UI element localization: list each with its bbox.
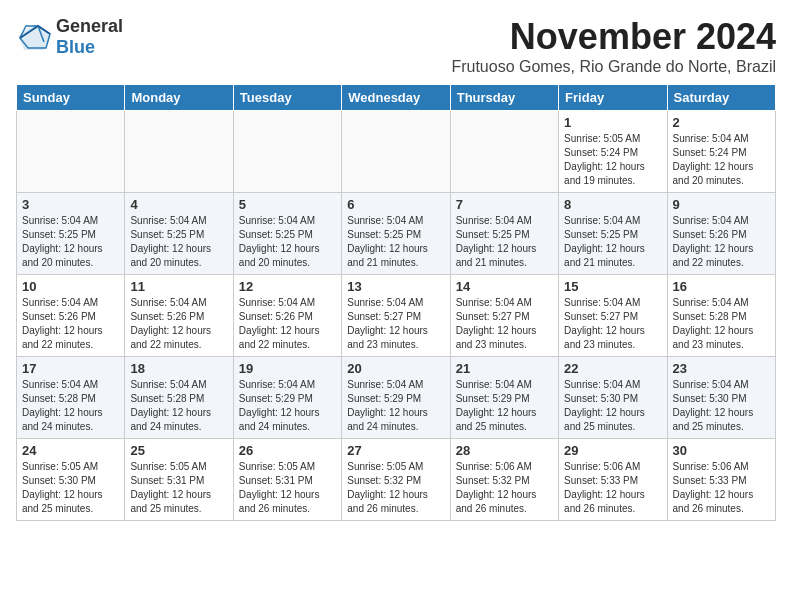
day-cell-29: 29Sunrise: 5:06 AMSunset: 5:33 PMDayligh… xyxy=(559,439,667,521)
day-info: Sunrise: 5:04 AMSunset: 5:29 PMDaylight:… xyxy=(239,378,336,434)
title-block: November 2024 Frutuoso Gomes, Rio Grande… xyxy=(451,16,776,76)
day-number: 23 xyxy=(673,361,770,376)
day-number: 5 xyxy=(239,197,336,212)
day-info: Sunrise: 5:04 AMSunset: 5:30 PMDaylight:… xyxy=(673,378,770,434)
day-info: Sunrise: 5:04 AMSunset: 5:27 PMDaylight:… xyxy=(456,296,553,352)
weekday-header-tuesday: Tuesday xyxy=(233,85,341,111)
day-number: 12 xyxy=(239,279,336,294)
page-header: General Blue November 2024 Frutuoso Gome… xyxy=(16,16,776,76)
day-cell-4: 4Sunrise: 5:04 AMSunset: 5:25 PMDaylight… xyxy=(125,193,233,275)
day-info: Sunrise: 5:04 AMSunset: 5:25 PMDaylight:… xyxy=(347,214,444,270)
empty-cell xyxy=(450,111,558,193)
calendar-header-row: SundayMondayTuesdayWednesdayThursdayFrid… xyxy=(17,85,776,111)
day-cell-19: 19Sunrise: 5:04 AMSunset: 5:29 PMDayligh… xyxy=(233,357,341,439)
day-info: Sunrise: 5:04 AMSunset: 5:28 PMDaylight:… xyxy=(130,378,227,434)
day-cell-22: 22Sunrise: 5:04 AMSunset: 5:30 PMDayligh… xyxy=(559,357,667,439)
day-cell-10: 10Sunrise: 5:04 AMSunset: 5:26 PMDayligh… xyxy=(17,275,125,357)
day-cell-30: 30Sunrise: 5:06 AMSunset: 5:33 PMDayligh… xyxy=(667,439,775,521)
day-number: 10 xyxy=(22,279,119,294)
day-cell-14: 14Sunrise: 5:04 AMSunset: 5:27 PMDayligh… xyxy=(450,275,558,357)
day-info: Sunrise: 5:04 AMSunset: 5:28 PMDaylight:… xyxy=(673,296,770,352)
weekday-header-monday: Monday xyxy=(125,85,233,111)
day-cell-28: 28Sunrise: 5:06 AMSunset: 5:32 PMDayligh… xyxy=(450,439,558,521)
day-info: Sunrise: 5:04 AMSunset: 5:26 PMDaylight:… xyxy=(239,296,336,352)
day-cell-26: 26Sunrise: 5:05 AMSunset: 5:31 PMDayligh… xyxy=(233,439,341,521)
day-number: 7 xyxy=(456,197,553,212)
day-cell-27: 27Sunrise: 5:05 AMSunset: 5:32 PMDayligh… xyxy=(342,439,450,521)
day-info: Sunrise: 5:06 AMSunset: 5:33 PMDaylight:… xyxy=(564,460,661,516)
day-number: 4 xyxy=(130,197,227,212)
day-number: 25 xyxy=(130,443,227,458)
day-cell-23: 23Sunrise: 5:04 AMSunset: 5:30 PMDayligh… xyxy=(667,357,775,439)
day-info: Sunrise: 5:04 AMSunset: 5:27 PMDaylight:… xyxy=(564,296,661,352)
day-cell-11: 11Sunrise: 5:04 AMSunset: 5:26 PMDayligh… xyxy=(125,275,233,357)
day-info: Sunrise: 5:04 AMSunset: 5:26 PMDaylight:… xyxy=(130,296,227,352)
day-number: 27 xyxy=(347,443,444,458)
day-cell-6: 6Sunrise: 5:04 AMSunset: 5:25 PMDaylight… xyxy=(342,193,450,275)
day-number: 16 xyxy=(673,279,770,294)
day-number: 9 xyxy=(673,197,770,212)
day-number: 15 xyxy=(564,279,661,294)
day-cell-8: 8Sunrise: 5:04 AMSunset: 5:25 PMDaylight… xyxy=(559,193,667,275)
day-cell-12: 12Sunrise: 5:04 AMSunset: 5:26 PMDayligh… xyxy=(233,275,341,357)
day-info: Sunrise: 5:04 AMSunset: 5:26 PMDaylight:… xyxy=(22,296,119,352)
day-number: 30 xyxy=(673,443,770,458)
empty-cell xyxy=(233,111,341,193)
logo-icon xyxy=(16,22,52,52)
day-info: Sunrise: 5:05 AMSunset: 5:24 PMDaylight:… xyxy=(564,132,661,188)
month-title: November 2024 xyxy=(451,16,776,58)
day-info: Sunrise: 5:04 AMSunset: 5:29 PMDaylight:… xyxy=(456,378,553,434)
day-info: Sunrise: 5:04 AMSunset: 5:25 PMDaylight:… xyxy=(130,214,227,270)
day-cell-18: 18Sunrise: 5:04 AMSunset: 5:28 PMDayligh… xyxy=(125,357,233,439)
day-cell-24: 24Sunrise: 5:05 AMSunset: 5:30 PMDayligh… xyxy=(17,439,125,521)
day-info: Sunrise: 5:04 AMSunset: 5:27 PMDaylight:… xyxy=(347,296,444,352)
day-cell-9: 9Sunrise: 5:04 AMSunset: 5:26 PMDaylight… xyxy=(667,193,775,275)
day-number: 26 xyxy=(239,443,336,458)
day-cell-21: 21Sunrise: 5:04 AMSunset: 5:29 PMDayligh… xyxy=(450,357,558,439)
day-cell-13: 13Sunrise: 5:04 AMSunset: 5:27 PMDayligh… xyxy=(342,275,450,357)
day-cell-1: 1Sunrise: 5:05 AMSunset: 5:24 PMDaylight… xyxy=(559,111,667,193)
day-cell-15: 15Sunrise: 5:04 AMSunset: 5:27 PMDayligh… xyxy=(559,275,667,357)
day-cell-17: 17Sunrise: 5:04 AMSunset: 5:28 PMDayligh… xyxy=(17,357,125,439)
day-number: 24 xyxy=(22,443,119,458)
week-row-3: 10Sunrise: 5:04 AMSunset: 5:26 PMDayligh… xyxy=(17,275,776,357)
day-number: 28 xyxy=(456,443,553,458)
week-row-1: 1Sunrise: 5:05 AMSunset: 5:24 PMDaylight… xyxy=(17,111,776,193)
day-info: Sunrise: 5:06 AMSunset: 5:32 PMDaylight:… xyxy=(456,460,553,516)
day-number: 22 xyxy=(564,361,661,376)
day-cell-25: 25Sunrise: 5:05 AMSunset: 5:31 PMDayligh… xyxy=(125,439,233,521)
day-info: Sunrise: 5:04 AMSunset: 5:25 PMDaylight:… xyxy=(239,214,336,270)
location-title: Frutuoso Gomes, Rio Grande do Norte, Bra… xyxy=(451,58,776,76)
day-number: 2 xyxy=(673,115,770,130)
day-number: 19 xyxy=(239,361,336,376)
day-info: Sunrise: 5:04 AMSunset: 5:25 PMDaylight:… xyxy=(22,214,119,270)
day-number: 13 xyxy=(347,279,444,294)
weekday-header-saturday: Saturday xyxy=(667,85,775,111)
day-number: 20 xyxy=(347,361,444,376)
day-number: 8 xyxy=(564,197,661,212)
day-info: Sunrise: 5:05 AMSunset: 5:31 PMDaylight:… xyxy=(239,460,336,516)
day-number: 1 xyxy=(564,115,661,130)
logo-general: General xyxy=(56,16,123,36)
day-info: Sunrise: 5:04 AMSunset: 5:26 PMDaylight:… xyxy=(673,214,770,270)
week-row-4: 17Sunrise: 5:04 AMSunset: 5:28 PMDayligh… xyxy=(17,357,776,439)
weekday-header-friday: Friday xyxy=(559,85,667,111)
day-info: Sunrise: 5:04 AMSunset: 5:29 PMDaylight:… xyxy=(347,378,444,434)
day-info: Sunrise: 5:04 AMSunset: 5:25 PMDaylight:… xyxy=(564,214,661,270)
day-info: Sunrise: 5:04 AMSunset: 5:28 PMDaylight:… xyxy=(22,378,119,434)
day-info: Sunrise: 5:05 AMSunset: 5:31 PMDaylight:… xyxy=(130,460,227,516)
day-info: Sunrise: 5:04 AMSunset: 5:25 PMDaylight:… xyxy=(456,214,553,270)
logo-blue: Blue xyxy=(56,37,95,57)
week-row-5: 24Sunrise: 5:05 AMSunset: 5:30 PMDayligh… xyxy=(17,439,776,521)
day-cell-2: 2Sunrise: 5:04 AMSunset: 5:24 PMDaylight… xyxy=(667,111,775,193)
day-number: 6 xyxy=(347,197,444,212)
empty-cell xyxy=(125,111,233,193)
calendar-table: SundayMondayTuesdayWednesdayThursdayFrid… xyxy=(16,84,776,521)
day-cell-7: 7Sunrise: 5:04 AMSunset: 5:25 PMDaylight… xyxy=(450,193,558,275)
weekday-header-thursday: Thursday xyxy=(450,85,558,111)
day-number: 17 xyxy=(22,361,119,376)
weekday-header-sunday: Sunday xyxy=(17,85,125,111)
day-number: 21 xyxy=(456,361,553,376)
day-number: 3 xyxy=(22,197,119,212)
day-number: 18 xyxy=(130,361,227,376)
